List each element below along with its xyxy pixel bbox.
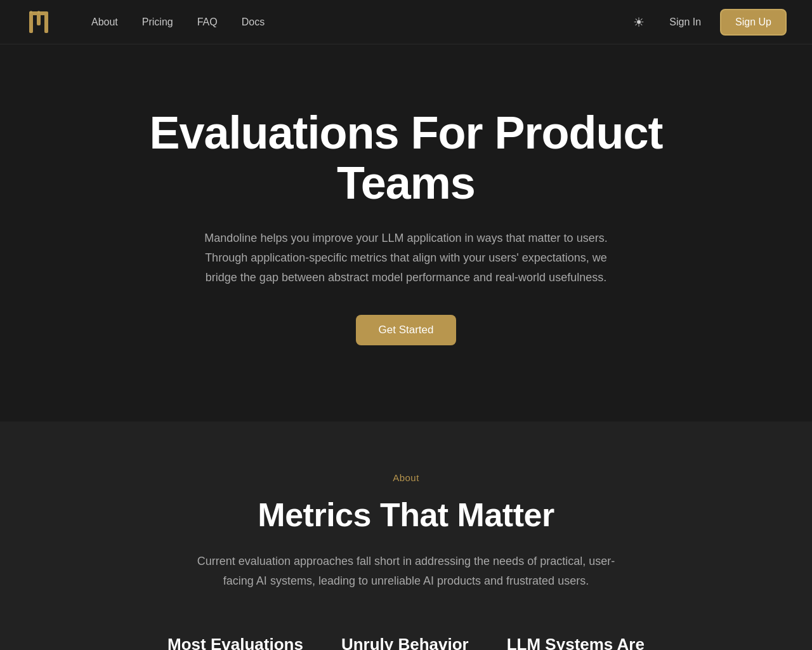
nav-left: About Pricing FAQ Docs <box>25 6 273 38</box>
nav-link-docs[interactable]: Docs <box>233 11 273 33</box>
navbar: About Pricing FAQ Docs ☀ Sign In Sign Up <box>0 0 812 44</box>
cards-row: Most Evaluations Unruly Behavior LLM Sys… <box>127 628 685 650</box>
svg-rect-4 <box>44 11 48 33</box>
sign-in-button[interactable]: Sign In <box>660 11 710 33</box>
logo[interactable] <box>25 6 57 38</box>
sun-icon: ☀ <box>633 15 645 30</box>
nav-links: About Pricing FAQ Docs <box>82 11 273 33</box>
nav-right: ☀ Sign In Sign Up <box>627 9 787 36</box>
svg-point-5 <box>30 11 32 13</box>
hero-title: Evaluations For Product Teams <box>127 108 685 208</box>
theme-toggle-button[interactable]: ☀ <box>627 11 650 34</box>
about-description: Current evaluation approaches fall short… <box>197 552 615 590</box>
card-title-1: Unruly Behavior <box>341 635 469 650</box>
about-title: Metrics That Matter <box>127 496 685 534</box>
get-started-button[interactable]: Get Started <box>356 315 457 345</box>
nav-link-pricing[interactable]: Pricing <box>133 11 182 33</box>
card-unruly-behavior: Unruly Behavior <box>341 635 469 650</box>
nav-link-faq[interactable]: FAQ <box>188 11 226 33</box>
card-most-evaluations: Most Evaluations <box>167 635 303 650</box>
card-title-2: LLM Systems Are <box>507 635 645 650</box>
about-label: About <box>127 472 685 483</box>
sign-up-button[interactable]: Sign Up <box>720 9 787 36</box>
svg-point-6 <box>37 11 40 13</box>
nav-link-about[interactable]: About <box>82 11 127 33</box>
card-llm-systems: LLM Systems Are <box>507 635 645 650</box>
hero-section: Evaluations For Product Teams Mandoline … <box>0 44 812 421</box>
about-section: About Metrics That Matter Current evalua… <box>0 421 812 650</box>
hero-description: Mandoline helps you improve your LLM app… <box>197 229 615 287</box>
card-title-0: Most Evaluations <box>167 635 303 650</box>
